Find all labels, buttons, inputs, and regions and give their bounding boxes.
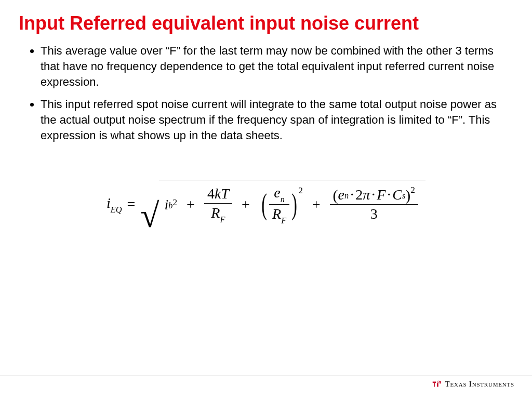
bullet-item: This average value over “F” for the last… (41, 43, 513, 89)
denom-3: 3 (367, 205, 381, 223)
lhs-var: i (107, 195, 111, 211)
var-e: e (274, 184, 280, 201)
var-i: i (164, 196, 168, 213)
formula-container: iEQ = √ ib2 + 4kT RF (19, 180, 513, 229)
sup-2: 2 (172, 197, 177, 208)
left-paren-icon: ( (333, 188, 338, 202)
sup-2: 2 (410, 185, 415, 195)
ti-logo-icon (431, 378, 443, 390)
dot-op: · (349, 187, 355, 203)
right-paren-icon: ) (291, 192, 297, 216)
bullet-item: This input referred spot noise current w… (41, 97, 513, 143)
brand-name: Texas Instruments (445, 380, 514, 389)
right-paren-icon: ) (405, 188, 410, 202)
term-4ktrf: 4kT RF (204, 184, 232, 225)
var-F: F (377, 187, 385, 203)
fraction: ( en · 2π · F · Cs ) 2 (330, 185, 418, 223)
sub-F: F (220, 215, 225, 224)
sqrt: √ ib2 + 4kT RF + ( (140, 180, 425, 229)
bullet-list: This average value over “F” for the last… (19, 43, 513, 143)
lhs-sub: EQ (111, 205, 122, 215)
radical-icon: √ (140, 200, 159, 231)
left-paren-icon: ( (261, 192, 267, 216)
plus-sign: + (184, 196, 197, 213)
equation: iEQ = √ ib2 + 4kT RF (107, 180, 425, 229)
num-4: 4 (207, 185, 215, 202)
sup-2: 2 (298, 185, 302, 196)
var-e: e (338, 187, 344, 203)
slide-title: Input Referred equivalent input noise cu… (19, 12, 513, 34)
term-en2pifcs: ( en · 2π · F · Cs ) 2 (330, 185, 418, 223)
slide: Input Referred equivalent input noise cu… (0, 0, 532, 399)
var-T: T (221, 185, 229, 202)
plus-sign: + (240, 196, 252, 213)
sub-n: n (344, 191, 349, 201)
dot-op: · (385, 187, 392, 203)
footer-rule (0, 376, 532, 376)
brand: Texas Instruments (431, 378, 514, 390)
dot-op: · (370, 187, 377, 203)
var-k: k (215, 185, 221, 202)
sub-b: b (168, 201, 172, 211)
plus-sign: + (310, 196, 323, 213)
radicand: ib2 + 4kT RF + ( en (159, 180, 425, 229)
term-enrf2: ( en RF ) 2 (259, 183, 303, 226)
sub-n: n (281, 195, 285, 204)
var-C: C (392, 187, 402, 203)
var-pi: π (363, 187, 370, 203)
var-R: R (211, 205, 220, 221)
fraction: 4kT RF (204, 184, 232, 225)
equals-sign: = (127, 196, 135, 212)
num-2: 2 (355, 187, 363, 203)
var-R: R (272, 206, 281, 222)
fraction: en RF (269, 183, 289, 226)
lhs: iEQ (107, 195, 122, 214)
term-ib2: ib2 (164, 196, 177, 213)
sub-s: s (402, 191, 405, 201)
sub-F: F (281, 216, 286, 225)
